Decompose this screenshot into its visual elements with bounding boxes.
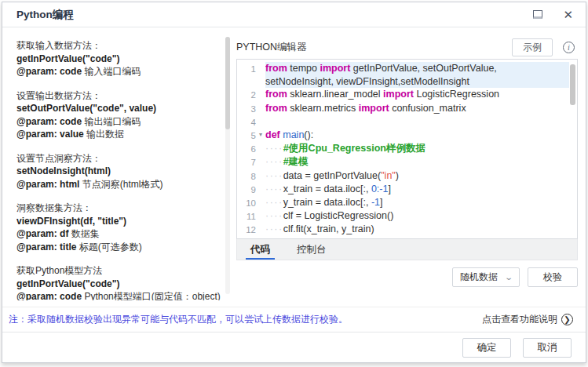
editor-tabs: 代码控制台 (236, 239, 578, 260)
fold-arrow-icon[interactable]: ▾ (256, 129, 265, 142)
help-link[interactable]: 点击查看功能说明 ❯ (482, 313, 573, 326)
code-line-text: ····clf.fit(x_train, y_train) (265, 223, 569, 236)
code-line-text: ····y_train = data.iloc[:, -1] (265, 196, 569, 209)
cancel-button[interactable]: 取消 (523, 338, 572, 358)
line-number: 9 (237, 183, 256, 196)
fold-spacer (256, 183, 265, 196)
chevron-down-icon: ⌄ (504, 273, 513, 282)
example-button[interactable]: 示例 (512, 38, 553, 56)
maximize-icon[interactable] (533, 10, 542, 19)
tab-console[interactable]: 控制台 (283, 239, 340, 260)
doc-line: @param: code 输入端口编码 (16, 65, 221, 78)
doc-line: @param: title 标题(可选参数) (16, 241, 221, 254)
screen: Python编程 ✕ 获取输入数据方法：getInPortValue("code… (0, 0, 588, 367)
line-number: 2 (237, 88, 256, 101)
doc-line: setNodeInsight(html) (16, 165, 221, 178)
window-controls: ✕ (533, 9, 573, 20)
info-icon[interactable]: i (563, 42, 575, 53)
data-source-select-value: 随机数据 (460, 271, 498, 284)
code-line-text: setNodeInsight, viewDFInsight,setModelIn… (265, 75, 569, 88)
tab-code[interactable]: 代码 (237, 239, 283, 260)
fold-spacer (256, 209, 265, 223)
data-source-select[interactable]: 随机数据 ⌄ (452, 267, 520, 287)
code-line[interactable]: 3from sklearn.metrics import confusion_m… (237, 102, 569, 115)
doc-line: viewDFInsight(df, "title") (16, 215, 221, 228)
doc-block: 获取Python模型方法getInPortValue("code")@param… (16, 264, 221, 300)
code-line[interactable]: setNodeInsight, viewDFInsight,setModelIn… (237, 75, 569, 88)
doc-block: 设置节点洞察方法：setNodeInsight(html)@param: htm… (16, 152, 221, 191)
dialog-title: Python编程 (16, 8, 74, 22)
docs-panel: 获取输入数据方法：getInPortValue("code")@param: c… (16, 35, 221, 300)
code-lines: 1from tempo import getInPortValue, setOu… (237, 62, 569, 239)
code-line[interactable]: 1from tempo import getInPortValue, setOu… (237, 62, 569, 75)
doc-line: 设置输出数据方法： (16, 89, 221, 103)
code-editor[interactable]: 1from tempo import getInPortValue, setOu… (236, 59, 578, 239)
doc-line: @param: df 数据集 (16, 227, 221, 241)
line-number: 6 (237, 142, 256, 155)
code-line-text (265, 115, 569, 129)
code-line[interactable]: 5▾def main(): (237, 129, 569, 142)
python-programming-dialog: Python编程 ✕ 获取输入数据方法：getInPortValue("code… (2, 2, 586, 363)
line-number: 12 (237, 223, 256, 236)
line-number: 11 (237, 209, 256, 223)
code-line[interactable]: 10····y_train = data.iloc[:, -1] (237, 196, 569, 209)
line-number: 7 (237, 155, 256, 169)
fold-spacer (256, 196, 265, 209)
note-row: 注：采取随机数据校验出现异常可能与代码不匹配，可以尝试上传数据进行校验。 点击查… (2, 307, 586, 332)
line-number: 10 (237, 196, 256, 209)
dialog-titlebar: Python编程 ✕ (2, 2, 586, 27)
code-line-text: ····clf = LogisticRegression() (265, 209, 569, 223)
fold-spacer (256, 102, 265, 115)
code-line[interactable]: 4 (237, 115, 569, 129)
code-line-text: from tempo import getInPortValue, setOut… (265, 62, 569, 75)
editor-title: PYTHON编辑器 (236, 41, 307, 54)
editor-header: PYTHON编辑器 示例 i (236, 35, 578, 59)
doc-line: @param: value 输出数据 (16, 128, 221, 141)
line-number: 3 (237, 102, 256, 115)
editor-scrollbar[interactable] (570, 63, 575, 235)
help-link-label: 点击查看功能说明 (482, 313, 557, 326)
fold-spacer (256, 155, 265, 169)
code-line[interactable]: 7····#建模 (237, 155, 569, 169)
code-line-text: ····x_train = data.iloc[:, 0:-1] (265, 183, 569, 196)
doc-line: @param: html 节点洞察(html格式) (16, 178, 221, 191)
code-line-text: from sklearn.linear_model import Logisti… (265, 88, 569, 101)
ok-button[interactable]: 确定 (462, 338, 511, 358)
code-line[interactable]: 9····x_train = data.iloc[:, 0:-1] (237, 183, 569, 196)
doc-line: getInPortValue("code") (16, 53, 221, 66)
doc-line: 洞察数据集方法： (16, 202, 221, 215)
doc-line: 获取输入数据方法： (16, 39, 221, 53)
code-line-text: ····data = getInPortValue("in") (265, 169, 569, 183)
doc-line: @param: code 输出端口编码 (16, 115, 221, 129)
doc-line: @param: code Python模型端口(固定值：object) (16, 290, 221, 300)
line-number: 5 (237, 129, 256, 142)
line-number: 4 (237, 115, 256, 129)
code-line[interactable]: 6····#使用Cpu_Regression样例数据 (237, 142, 569, 155)
validate-button[interactable]: 校验 (528, 267, 578, 287)
code-line[interactable]: 8····data = getInPortValue("in") (237, 169, 569, 183)
code-line[interactable]: 2from sklearn.linear_model import Logist… (237, 88, 569, 101)
doc-line: getInPortValue("code") (16, 278, 221, 291)
code-line-text: ····#建模 (265, 155, 569, 169)
dialog-body: 获取输入数据方法：getInPortValue("code")@param: c… (2, 27, 586, 300)
docs-scrollbar-thumb[interactable] (225, 37, 230, 129)
editor-scrollbar-thumb[interactable] (570, 64, 575, 105)
close-icon[interactable]: ✕ (563, 9, 573, 20)
dialog-footer: 确定 取消 (2, 332, 586, 362)
code-line-text: from sklearn.metrics import confusion_ma… (265, 102, 569, 115)
code-line[interactable]: 12····clf.fit(x_train, y_train) (237, 223, 569, 236)
fold-spacer (256, 62, 265, 75)
doc-block: 洞察数据集方法：viewDFInsight(df, "title")@param… (16, 202, 221, 253)
doc-line: setOutPortValue("code", value) (16, 102, 221, 115)
doc-block: 设置输出数据方法：setOutPortValue("code", value)@… (16, 89, 221, 141)
arrow-right-circle-icon: ❯ (561, 314, 573, 325)
fold-spacer (256, 115, 265, 129)
editor-panel: PYTHON编辑器 示例 i 1from tempo import getInP… (236, 35, 578, 300)
editor-controls: 随机数据 ⌄ 校验 (236, 267, 578, 287)
fold-spacer (256, 169, 265, 183)
doc-block: 获取输入数据方法：getInPortValue("code")@param: c… (16, 39, 221, 78)
fold-spacer (256, 88, 265, 101)
code-line[interactable]: 11····clf = LogisticRegression() (237, 209, 569, 223)
docs-scrollbar[interactable] (225, 37, 230, 294)
fold-spacer (256, 75, 265, 88)
